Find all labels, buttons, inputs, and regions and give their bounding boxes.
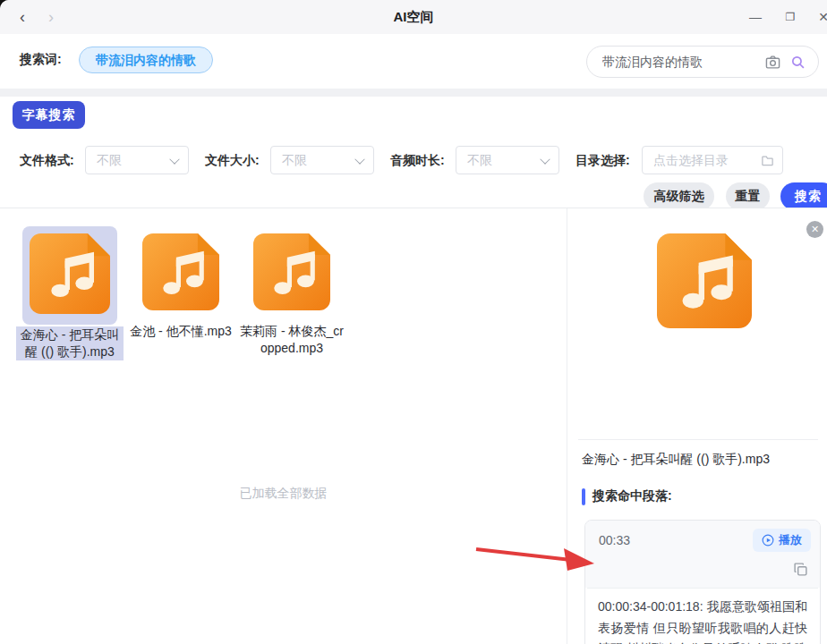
audio-duration-select[interactable]: 不限 — [456, 146, 559, 174]
chevron-down-icon — [540, 154, 550, 164]
audio-file-icon — [246, 226, 337, 321]
search-icon[interactable] — [790, 55, 806, 70]
search-input-field[interactable] — [602, 47, 755, 77]
maximize-button[interactable]: ❐ — [780, 6, 801, 28]
reset-button[interactable]: 重置 — [726, 182, 770, 210]
hit-section-title: 搜索命中段落: — [593, 488, 672, 503]
panel-close-icon[interactable]: ✕ — [806, 221, 823, 238]
search-header: 搜索词: 带流泪内容的情歌 — [0, 34, 827, 89]
keyword-label: 搜索词: — [20, 52, 62, 68]
title-bar: ‹ › AI空间 — ❐ ✕ — [0, 0, 827, 34]
copy-icon[interactable] — [793, 562, 808, 577]
audio-duration-value: 不限 — [467, 147, 492, 174]
window-title: AI空间 — [0, 0, 827, 34]
file-name: 茉莉雨 - 林俊杰_cropped.mp3 — [238, 323, 345, 357]
advanced-filter-button[interactable]: 高级筛选 — [644, 182, 714, 210]
hit-card-header: 00:33 播放 — [585, 521, 820, 588]
keyword-tag[interactable]: 带流泪内容的情歌 — [79, 47, 213, 73]
directory-label: 目录选择: — [575, 146, 630, 174]
chevron-down-icon — [169, 154, 179, 164]
file-tile[interactable]: 茉莉雨 - 林俊杰_cropped.mp3 — [238, 226, 345, 357]
divider — [578, 439, 818, 440]
chevron-down-icon — [354, 154, 364, 164]
audio-file-icon-large — [657, 233, 752, 332]
hit-segment-card: 00:33 播放 00:00:34-00:01:18: 我愿意歌颂祖国和表扬爱情… — [584, 520, 821, 644]
directory-placeholder: 点击选择目录 — [653, 147, 729, 174]
detail-panel: ✕ 金海心 - 把耳朵叫醒 (() 歌手).mp3 搜索命中段落: 00:33 — [567, 208, 827, 644]
file-format-select[interactable]: 不限 — [85, 146, 189, 174]
close-button[interactable]: ✕ — [813, 6, 827, 28]
play-icon — [762, 534, 774, 547]
file-format-label: 文件格式: — [20, 146, 74, 174]
hit-transcript: 00:00:34-00:01:18: 我愿意歌颂祖国和表扬爱情 但只盼望听我歌唱… — [585, 589, 820, 644]
camera-icon[interactable] — [765, 55, 780, 70]
file-tile[interactable]: 金池 - 他不懂.mp3 — [127, 226, 234, 340]
file-grid: 金海心 - 把耳朵叫醒 (() 歌手).mp3 金池 - 他不懂.mp3 茉莉雨… — [0, 208, 567, 644]
hit-section-header: 搜索命中段落: — [582, 487, 672, 504]
file-name: 金池 - 他不懂.mp3 — [127, 323, 234, 340]
load-status-text: 已加载全部数据 — [0, 486, 567, 502]
hit-timestamp: 00:33 — [599, 533, 630, 547]
file-size-value: 不限 — [282, 147, 307, 174]
search-button[interactable]: 搜索 — [780, 182, 827, 210]
directory-picker[interactable]: 点击选择目录 — [642, 146, 783, 174]
play-button[interactable]: 播放 — [753, 529, 811, 552]
file-size-select[interactable]: 不限 — [270, 146, 374, 174]
file-format-value: 不限 — [97, 147, 122, 174]
app-window: ‹ › AI空间 — ❐ ✕ 搜索词: 带流泪内容的情歌 字幕搜索 文件格式: … — [0, 0, 827, 644]
audio-file-icon — [135, 226, 226, 321]
folder-icon — [761, 154, 774, 167]
minimize-button[interactable]: — — [745, 6, 766, 28]
audio-file-icon — [22, 226, 117, 325]
file-tile[interactable]: 金海心 - 把耳朵叫醒 (() 歌手).mp3 — [16, 226, 124, 360]
accent-bar — [582, 488, 585, 505]
file-size-label: 文件大小: — [205, 146, 260, 174]
search-input[interactable] — [586, 46, 819, 78]
file-name: 金海心 - 把耳朵叫醒 (() 歌手).mp3 — [16, 326, 124, 360]
audio-duration-label: 音频时长: — [390, 146, 445, 174]
subtitle-search-tab[interactable]: 字幕搜索 — [13, 101, 85, 129]
play-label: 播放 — [779, 532, 802, 548]
section-gap — [0, 89, 827, 97]
main-panel: 字幕搜索 文件格式: 不限 文件大小: 不限 音频时长: 不限 目录选择: 点击… — [0, 97, 827, 644]
detail-filename: 金海心 - 把耳朵叫醒 (() 歌手).mp3 — [582, 452, 816, 468]
